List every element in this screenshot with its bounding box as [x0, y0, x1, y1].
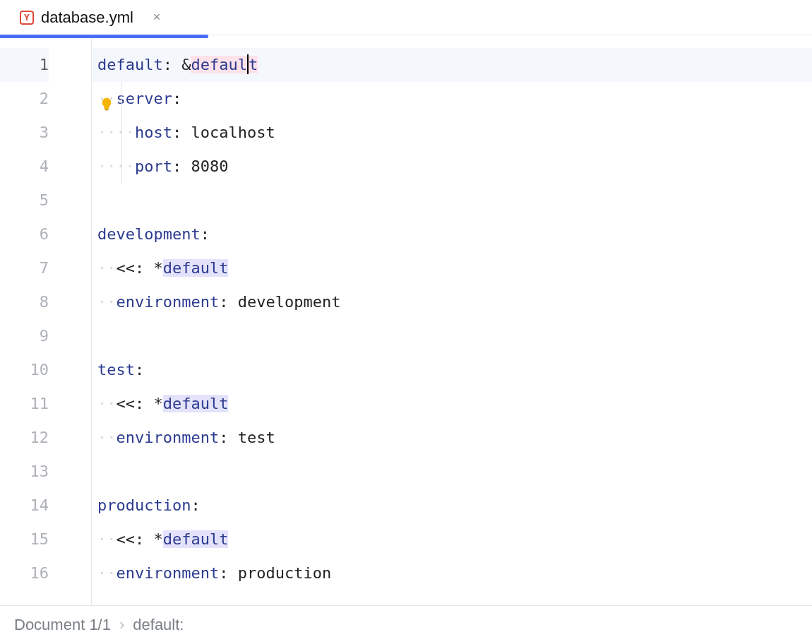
token-punc: :	[219, 564, 228, 582]
close-icon[interactable]: ×	[153, 10, 161, 25]
token-txt	[228, 564, 237, 582]
token-key: development	[97, 225, 201, 243]
line-number[interactable]: 1	[0, 48, 49, 82]
line-number[interactable]: 5	[0, 184, 49, 217]
token-txt	[144, 395, 153, 412]
code-line[interactable]	[92, 319, 812, 353]
line-number[interactable]: 4	[0, 150, 49, 184]
token-txt: <<	[117, 530, 136, 548]
line-number[interactable]: 2	[0, 82, 49, 116]
token-ws: ··	[97, 395, 117, 412]
token-alias: default	[163, 530, 229, 548]
tab-filename: database.yml	[41, 8, 133, 27]
code-line[interactable]: production:	[92, 489, 812, 523]
code-line[interactable]: default: &default	[92, 48, 812, 82]
code-line-content: ··environment: test	[97, 429, 275, 446]
code-line[interactable]: development:	[92, 217, 812, 251]
token-key: environment	[117, 564, 220, 582]
svg-rect-0	[105, 109, 109, 110]
token-txt: localhost	[191, 124, 275, 141]
token-punc: :	[172, 157, 181, 175]
token-punc: :	[172, 90, 181, 107]
token-key: server	[117, 90, 172, 107]
token-punc: :	[135, 259, 144, 277]
token-txt: development	[238, 293, 341, 311]
code-line-content: test:	[97, 361, 144, 378]
code-line-content: ··<<: *default	[97, 259, 228, 277]
code-line[interactable]: ··<<: *default	[92, 251, 812, 285]
line-number[interactable]: 15	[0, 523, 49, 556]
token-ws: ····	[97, 124, 135, 141]
line-number-gutter[interactable]: 12345678910111213141516	[0, 35, 92, 605]
code-line[interactable]: ··environment: development	[92, 285, 812, 319]
token-alias: default	[163, 395, 229, 412]
breadcrumb-document[interactable]: Document 1/1	[14, 616, 111, 634]
indent-guide	[121, 116, 122, 150]
editor[interactable]: 12345678910111213141516 default: &defaul…	[0, 35, 812, 606]
token-alias: default	[163, 259, 229, 277]
token-txt: *	[154, 530, 163, 548]
token-txt: production	[238, 564, 331, 582]
line-number[interactable]: 16	[0, 556, 49, 590]
line-number[interactable]: 11	[0, 387, 49, 421]
code-line[interactable]: ··<<: *default	[92, 387, 812, 421]
token-key: test	[97, 361, 135, 378]
code-line[interactable]: ····port: 8080	[92, 150, 812, 184]
token-txt	[181, 157, 191, 175]
token-key: environment	[117, 429, 220, 446]
token-ws: ··	[97, 564, 117, 582]
token-anchor: defaul	[191, 56, 246, 73]
indent-guide	[121, 82, 122, 116]
token-txt: *	[154, 259, 163, 277]
token-punc: :	[172, 124, 181, 141]
code-line[interactable]	[92, 184, 812, 217]
token-ws: ··	[97, 259, 117, 277]
tab-bar: Y database.yml ×	[0, 0, 812, 35]
code-line[interactable]: test:	[92, 353, 812, 387]
tab-active-indicator	[0, 35, 208, 38]
text-caret	[247, 54, 249, 74]
token-txt	[181, 124, 191, 141]
token-key: production	[97, 496, 191, 514]
token-txt: <<	[117, 395, 136, 412]
line-number[interactable]: 3	[0, 116, 49, 150]
line-number[interactable]: 8	[0, 285, 49, 319]
code-line-content: development:	[97, 225, 210, 243]
breadcrumb-bar: Document 1/1 › default:	[0, 606, 812, 644]
code-line-content: ··environment: production	[97, 564, 331, 582]
token-key: port	[135, 157, 172, 175]
token-txt	[228, 293, 237, 311]
code-line-content: default: &default	[97, 56, 258, 73]
breadcrumb-separator: ›	[119, 616, 124, 634]
line-number[interactable]: 7	[0, 251, 49, 285]
token-punc: :	[201, 225, 210, 243]
token-ws: ····	[97, 157, 135, 175]
line-number[interactable]: 6	[0, 217, 49, 251]
code-line[interactable]: ··environment: production	[92, 556, 812, 590]
code-line[interactable]: ····host: localhost	[92, 116, 812, 150]
token-ws: ··	[97, 530, 117, 548]
code-line[interactable]	[92, 455, 812, 489]
file-tab[interactable]: Y database.yml ×	[14, 0, 172, 35]
token-key: environment	[117, 293, 220, 311]
token-key: default	[97, 56, 163, 73]
breadcrumb-path[interactable]: default:	[133, 616, 184, 634]
code-line[interactable]: ··server:	[92, 82, 812, 116]
line-number[interactable]: 10	[0, 353, 49, 387]
line-number[interactable]: 12	[0, 421, 49, 455]
token-ws: ··	[97, 429, 117, 446]
token-punc: :	[135, 395, 144, 412]
line-number[interactable]: 9	[0, 319, 49, 353]
code-line-content: ··<<: *default	[97, 530, 228, 548]
line-number[interactable]: 14	[0, 489, 49, 523]
line-number[interactable]: 13	[0, 455, 49, 489]
token-txt: *	[154, 395, 163, 412]
token-punc: :	[163, 56, 172, 73]
token-txt	[144, 530, 153, 548]
code-line[interactable]: ··environment: test	[92, 421, 812, 455]
code-area[interactable]: default: &default··server:····host: loca…	[92, 35, 812, 605]
intention-bulb-icon[interactable]	[99, 90, 114, 106]
code-line[interactable]: ··<<: *default	[92, 523, 812, 556]
code-line-content: ····host: localhost	[97, 124, 275, 141]
token-key: host	[135, 124, 172, 141]
